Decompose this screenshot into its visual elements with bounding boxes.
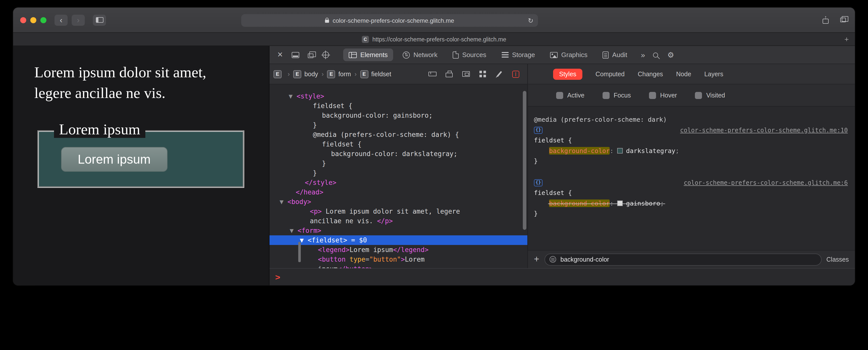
address-bar[interactable]: color-scheme-prefers-color-scheme.glitch… [241, 14, 538, 27]
css-declaration[interactable]: background-color: gainsboro; [534, 198, 848, 209]
console-prompt[interactable]: > [270, 268, 855, 285]
zoom-window-button[interactable] [40, 17, 46, 23]
web-page-view: Lorem ipsum dolor sit amet,legere ancill… [13, 46, 269, 285]
edit-html-button[interactable] [495, 71, 504, 77]
print-styles-button[interactable] [444, 71, 454, 77]
page-button[interactable]: Lorem ipsum [61, 147, 167, 172]
pencil-icon [496, 71, 502, 77]
sidebar-tab-computed[interactable]: Computed [595, 70, 624, 78]
back-icon: ‹ [60, 16, 63, 25]
frames-button[interactable] [461, 71, 470, 77]
sidebar-icon [96, 17, 103, 23]
classes-button[interactable]: Classes [826, 256, 849, 263]
grid-overlay-button[interactable] [478, 71, 487, 77]
pseudo-toggle-visited[interactable]: Visited [695, 92, 725, 99]
new-tab-button[interactable]: + [844, 35, 849, 43]
element-icon: E [360, 70, 368, 78]
more-tabs-button[interactable]: » [641, 51, 645, 59]
color-swatch[interactable] [617, 200, 623, 206]
sidebar-tab-styles[interactable]: Styles [553, 68, 582, 80]
pseudo-toggle-active[interactable]: Active [556, 92, 584, 99]
sidebar-toggle-button[interactable] [93, 14, 106, 26]
css-declaration[interactable]: background-color: darkslategray; [534, 146, 848, 156]
dom-tree-line[interactable]: <button type="button">Lorem [270, 255, 527, 264]
rule-selector: fieldset { [534, 188, 848, 198]
sidebar-tab-node[interactable]: Node [676, 70, 691, 78]
inspect-element-button[interactable] [321, 52, 330, 58]
minimize-window-button[interactable] [30, 17, 36, 23]
breadcrumb-item-body[interactable]: Ebody [293, 70, 318, 78]
css-rule: {}color-scheme-prefers-color-scheme.glit… [534, 177, 848, 219]
graphics-icon [550, 52, 558, 58]
css-property-value: darkslategray [626, 147, 676, 154]
dom-tree-line[interactable]: ancillae ne vis. </p> [270, 216, 527, 226]
pseudo-toggle-focus[interactable]: Focus [602, 92, 631, 99]
reload-button[interactable]: ↻ [528, 17, 533, 24]
tab-bar[interactable]: C https://color-scheme-prefers-color-sch… [13, 33, 855, 46]
undock-button[interactable] [306, 52, 315, 58]
sidebar-tab-changes[interactable]: Changes [638, 70, 663, 78]
dom-tree-line[interactable]: } [270, 168, 527, 178]
color-swatch[interactable] [617, 148, 623, 153]
search-button[interactable] [651, 52, 660, 57]
dom-tree-line[interactable]: background-color: darkslategray; [270, 149, 527, 158]
dom-tree-line[interactable]: } [270, 120, 527, 130]
sidebar-tab-layers[interactable]: Layers [704, 70, 723, 78]
page-fieldset-legend: Lorem ipsum [54, 121, 145, 138]
dom-tree-line[interactable]: <p> Lorem ipsum dolor sit amet, legere [270, 207, 527, 216]
dom-tree-scrollbar[interactable] [523, 91, 526, 230]
dom-tree-line[interactable]: ▼ <form> [270, 226, 527, 235]
dom-tree-line[interactable]: <legend>Lorem ipsum</legend> [270, 245, 527, 255]
breadcrumb-item[interactable]: E [274, 70, 284, 78]
close-devtools-button[interactable]: × [276, 50, 285, 60]
devtools-tab-storage[interactable]: Storage [496, 49, 540, 61]
filter-field[interactable] [544, 253, 821, 265]
dom-tree-line[interactable]: </style> [270, 178, 527, 187]
element-icon: E [274, 70, 282, 78]
breadcrumb-separator: › [288, 70, 290, 78]
storage-icon [501, 52, 508, 58]
breadcrumb-item-form[interactable]: Eform [327, 70, 351, 78]
dom-tree-line[interactable]: ipsum</button> [270, 264, 527, 268]
breadcrumb-item-fieldset[interactable]: Efieldset [360, 70, 391, 78]
browser-tab[interactable]: C https://color-scheme-prefers-color-sch… [362, 36, 506, 43]
dom-tree-line[interactable]: background-color: gainsboro; [270, 111, 527, 120]
filter-icon [549, 256, 556, 263]
dom-tree-line[interactable]: ▼ <body> [270, 197, 527, 207]
checkbox-icon [556, 92, 563, 99]
dom-tree-line[interactable]: ▼ <style> [270, 91, 527, 101]
dom-tree-line[interactable]: } [270, 158, 527, 168]
share-button[interactable] [822, 16, 829, 24]
appearance-toggle-button[interactable] [511, 70, 520, 78]
devtools-tab-graphics[interactable]: Graphics [545, 49, 593, 61]
show-tabs-button[interactable] [840, 18, 846, 22]
rule-source-link[interactable]: color-scheme-prefers-color-scheme.glitch… [680, 125, 848, 135]
devtools-tab-audit[interactable]: Audit [597, 49, 632, 61]
dom-tree-line[interactable]: ▼ <fieldset> = $0 [270, 235, 527, 245]
devtools-tab-network[interactable]: Network [397, 49, 443, 61]
browser-titlebar[interactable]: ‹ › color-scheme-prefers-color-scheme.gl… [13, 7, 855, 33]
settings-button[interactable]: ⚙ [666, 50, 675, 59]
rule-source-link[interactable]: color-scheme-prefers-color-scheme.glitch… [684, 177, 848, 188]
back-button[interactable]: ‹ [55, 14, 68, 26]
audit-icon [602, 51, 609, 58]
devtools-tab-elements[interactable]: Elements [343, 49, 393, 61]
filter-input[interactable] [559, 255, 816, 263]
devtools-tab-sources[interactable]: Sources [447, 49, 492, 61]
dom-tree-line[interactable]: fieldset { [270, 101, 527, 111]
devtools-content-row: ▼ <style>fieldset {background-color: gai… [270, 84, 855, 268]
new-rule-button[interactable]: + [534, 254, 539, 265]
dom-tree: ▼ <style>fieldset {background-color: gai… [270, 84, 527, 268]
devtools-toolbar: × ElementsNetworkSourcesStorageGraphicsA… [270, 46, 855, 64]
dom-tree-line[interactable]: fieldset { [270, 139, 527, 149]
pseudo-toggle-hover[interactable]: Hover [649, 92, 677, 99]
dom-tree-line[interactable]: @media (prefers-color-scheme: dark) { [270, 130, 527, 139]
forward-icon: › [77, 16, 80, 25]
rulers-button[interactable] [428, 72, 437, 76]
checkbox-icon [649, 92, 656, 99]
close-window-button[interactable] [20, 17, 26, 23]
dock-to-bottom-button[interactable] [291, 52, 300, 58]
window-content: Lorem ipsum dolor sit amet,legere ancill… [13, 46, 855, 285]
forward-button[interactable]: › [72, 14, 85, 26]
dom-tree-line[interactable]: </head> [270, 187, 527, 197]
